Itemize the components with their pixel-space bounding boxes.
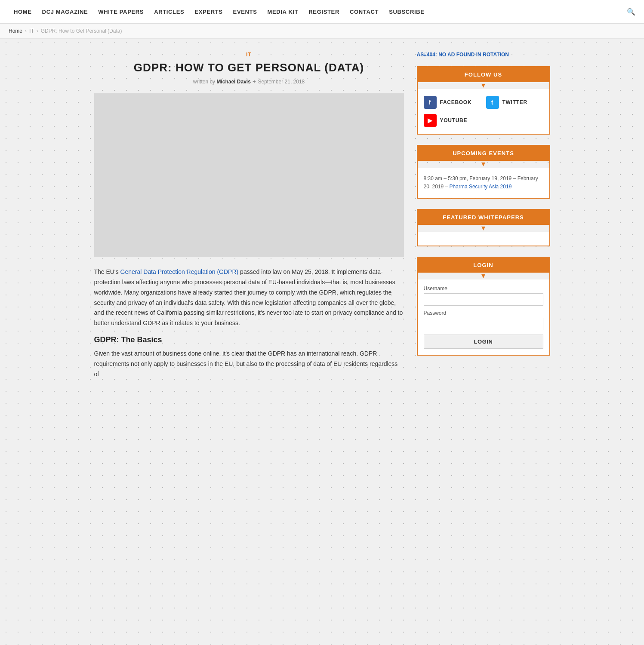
breadcrumb-home[interactable]: Home: [9, 28, 22, 34]
article-author[interactable]: Michael Davis: [216, 79, 250, 85]
login-arrow: ▾: [418, 272, 549, 280]
nav-home[interactable]: HOME: [9, 0, 37, 24]
nav-register[interactable]: REGISTER: [303, 0, 345, 24]
password-field-wrap: Password: [424, 310, 543, 330]
youtube-label: YOUTUBE: [440, 117, 468, 123]
event-1-text: 8:30 am – 5:30 pm, February 19, 2019 – F…: [424, 175, 543, 191]
article-meta: written by Michael Davis ✦ September 21,…: [94, 79, 404, 85]
password-label: Password: [424, 310, 543, 316]
nav-media-kit[interactable]: MEDIA KIT: [262, 0, 304, 24]
article-paragraph-2: Given the vast amount of business done o…: [94, 349, 404, 379]
login-header: LOGIN: [418, 258, 549, 273]
upcoming-events-body: 8:30 am – 5:30 pm, February 19, 2019 – F…: [418, 168, 549, 198]
facebook-link[interactable]: f FACEBOOK: [424, 96, 481, 109]
nav-subscribe[interactable]: SUBSCRIBE: [384, 0, 429, 24]
upcoming-events-arrow: ▾: [418, 160, 549, 168]
username-label: Username: [424, 286, 543, 292]
nav-contact[interactable]: CONTACT: [345, 0, 384, 24]
featured-whitepapers-arrow: ▾: [418, 224, 549, 232]
nav-experts[interactable]: EXPERTS: [189, 0, 228, 24]
gdpr-link[interactable]: General Data Protection Regulation (GDPR…: [120, 268, 239, 275]
nav-events[interactable]: EVENTS: [228, 0, 262, 24]
follow-us-arrow: ▾: [418, 81, 549, 89]
password-input[interactable]: [424, 318, 543, 330]
nav-articles[interactable]: ARTICLES: [149, 0, 189, 24]
article-body: The EU's General Data Protection Regulat…: [94, 267, 404, 379]
article-title: GDPR: HOW TO GET PERSONAL (DATA): [94, 61, 404, 74]
breadcrumb: Home › IT › GDPR: How to Get Personal (D…: [0, 24, 644, 39]
username-input[interactable]: [424, 293, 543, 306]
featured-whitepapers-body: [418, 232, 549, 246]
featured-whitepapers-widget: FEATURED WHITEPAPERS ▾: [417, 209, 550, 246]
main-nav: HOME DCJ MAGAZINE WHITE PAPERS ARTICLES …: [0, 0, 644, 24]
breadcrumb-current: GDPR: How to Get Personal (Data): [41, 28, 122, 34]
article-meta-sep: ✦: [252, 79, 258, 85]
event-1-link[interactable]: Pharma Security Asia 2019: [450, 184, 512, 190]
upcoming-events-header: UPCOMING EVENTS: [418, 146, 549, 161]
youtube-icon: ▶: [424, 114, 437, 127]
youtube-link[interactable]: ▶ YOUTUBE: [424, 114, 543, 127]
breadcrumb-sep2: ›: [37, 28, 38, 34]
social-links: f FACEBOOK t TWITTER ▶ YOUTUBE: [418, 89, 549, 134]
article-date: September 21, 2018: [258, 79, 305, 85]
twitter-label: TWITTER: [502, 99, 527, 105]
nav-white-papers[interactable]: WHITE PAPERS: [93, 0, 149, 24]
facebook-label: FACEBOOK: [440, 99, 472, 105]
main-content: IT GDPR: HOW TO GET PERSONAL (DATA) writ…: [94, 52, 404, 386]
featured-whitepapers-header: FEATURED WHITEPAPERS: [418, 210, 549, 225]
sidebar: AS#404: NO AD FOUND IN ROTATION FOLLOW U…: [417, 52, 550, 386]
article-subheading-1: GDPR: The Basics: [94, 335, 404, 344]
article-paragraph-1: The EU's General Data Protection Regulat…: [94, 267, 404, 329]
article-written-by: written by: [193, 79, 215, 85]
article-featured-image: [94, 93, 404, 257]
nav-dcj-magazine[interactable]: DCJ MAGAZINE: [37, 0, 93, 24]
login-button[interactable]: LOGIN: [424, 335, 543, 349]
twitter-icon: t: [486, 96, 499, 109]
ad-notice: AS#404: NO AD FOUND IN ROTATION: [417, 52, 550, 58]
login-form: Username Password LOGIN: [418, 280, 549, 355]
breadcrumb-section[interactable]: IT: [29, 28, 34, 34]
search-icon[interactable]: 🔍: [627, 8, 635, 16]
login-widget: LOGIN ▾ Username Password LOGIN: [417, 257, 550, 356]
username-field-wrap: Username: [424, 286, 543, 306]
facebook-icon: f: [424, 96, 437, 109]
article-category: IT: [94, 52, 404, 58]
breadcrumb-sep1: ›: [25, 28, 27, 34]
twitter-link[interactable]: t TWITTER: [486, 96, 543, 109]
follow-us-header: FOLLOW US: [418, 67, 549, 82]
upcoming-events-widget: UPCOMING EVENTS ▾ 8:30 am – 5:30 pm, Feb…: [417, 145, 550, 199]
follow-us-widget: FOLLOW US ▾ f FACEBOOK t TWITTER ▶ YOUTU…: [417, 66, 550, 135]
